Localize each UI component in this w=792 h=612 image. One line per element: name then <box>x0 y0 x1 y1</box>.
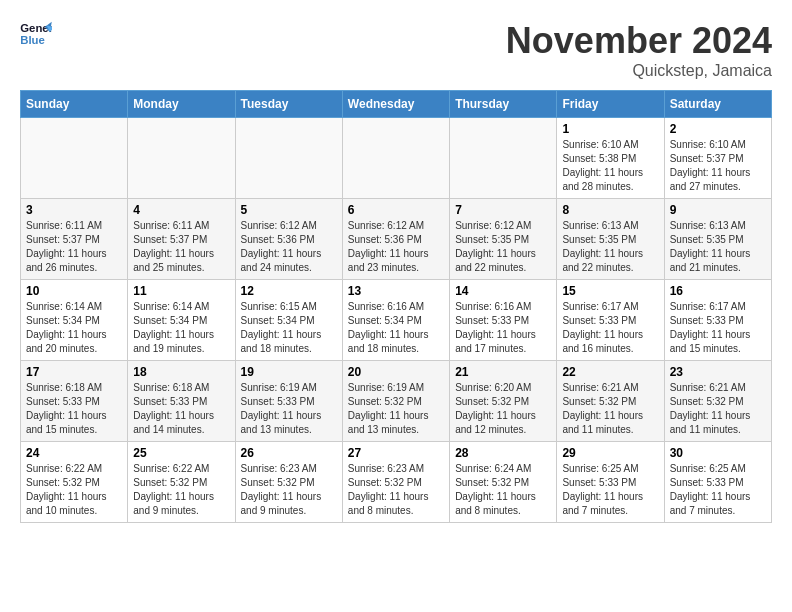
day-info: Sunrise: 6:21 AM Sunset: 5:32 PM Dayligh… <box>670 381 766 437</box>
day-number: 20 <box>348 365 444 379</box>
day-number: 13 <box>348 284 444 298</box>
day-info: Sunrise: 6:13 AM Sunset: 5:35 PM Dayligh… <box>670 219 766 275</box>
day-number: 16 <box>670 284 766 298</box>
day-info: Sunrise: 6:19 AM Sunset: 5:32 PM Dayligh… <box>348 381 444 437</box>
calendar-cell: 1Sunrise: 6:10 AM Sunset: 5:38 PM Daylig… <box>557 118 664 199</box>
day-info: Sunrise: 6:22 AM Sunset: 5:32 PM Dayligh… <box>26 462 122 518</box>
day-number: 6 <box>348 203 444 217</box>
day-number: 5 <box>241 203 337 217</box>
day-info: Sunrise: 6:25 AM Sunset: 5:33 PM Dayligh… <box>670 462 766 518</box>
day-info: Sunrise: 6:14 AM Sunset: 5:34 PM Dayligh… <box>133 300 229 356</box>
week-row-3: 10Sunrise: 6:14 AM Sunset: 5:34 PM Dayli… <box>21 280 772 361</box>
day-number: 3 <box>26 203 122 217</box>
day-number: 14 <box>455 284 551 298</box>
header-wednesday: Wednesday <box>342 91 449 118</box>
day-info: Sunrise: 6:23 AM Sunset: 5:32 PM Dayligh… <box>241 462 337 518</box>
week-row-5: 24Sunrise: 6:22 AM Sunset: 5:32 PM Dayli… <box>21 442 772 523</box>
day-number: 29 <box>562 446 658 460</box>
calendar-cell: 25Sunrise: 6:22 AM Sunset: 5:32 PM Dayli… <box>128 442 235 523</box>
title-block: November 2024 Quickstep, Jamaica <box>506 20 772 80</box>
calendar-cell: 14Sunrise: 6:16 AM Sunset: 5:33 PM Dayli… <box>450 280 557 361</box>
calendar-cell <box>128 118 235 199</box>
header-tuesday: Tuesday <box>235 91 342 118</box>
day-number: 19 <box>241 365 337 379</box>
day-number: 25 <box>133 446 229 460</box>
day-number: 21 <box>455 365 551 379</box>
calendar-cell: 3Sunrise: 6:11 AM Sunset: 5:37 PM Daylig… <box>21 199 128 280</box>
day-number: 7 <box>455 203 551 217</box>
calendar-cell: 8Sunrise: 6:13 AM Sunset: 5:35 PM Daylig… <box>557 199 664 280</box>
calendar-cell: 15Sunrise: 6:17 AM Sunset: 5:33 PM Dayli… <box>557 280 664 361</box>
day-info: Sunrise: 6:15 AM Sunset: 5:34 PM Dayligh… <box>241 300 337 356</box>
week-row-2: 3Sunrise: 6:11 AM Sunset: 5:37 PM Daylig… <box>21 199 772 280</box>
day-info: Sunrise: 6:18 AM Sunset: 5:33 PM Dayligh… <box>26 381 122 437</box>
day-info: Sunrise: 6:25 AM Sunset: 5:33 PM Dayligh… <box>562 462 658 518</box>
header-saturday: Saturday <box>664 91 771 118</box>
day-info: Sunrise: 6:20 AM Sunset: 5:32 PM Dayligh… <box>455 381 551 437</box>
day-number: 11 <box>133 284 229 298</box>
calendar-cell: 10Sunrise: 6:14 AM Sunset: 5:34 PM Dayli… <box>21 280 128 361</box>
calendar-cell: 29Sunrise: 6:25 AM Sunset: 5:33 PM Dayli… <box>557 442 664 523</box>
day-info: Sunrise: 6:10 AM Sunset: 5:38 PM Dayligh… <box>562 138 658 194</box>
calendar-cell: 16Sunrise: 6:17 AM Sunset: 5:33 PM Dayli… <box>664 280 771 361</box>
calendar-cell: 26Sunrise: 6:23 AM Sunset: 5:32 PM Dayli… <box>235 442 342 523</box>
day-info: Sunrise: 6:21 AM Sunset: 5:32 PM Dayligh… <box>562 381 658 437</box>
calendar-cell: 24Sunrise: 6:22 AM Sunset: 5:32 PM Dayli… <box>21 442 128 523</box>
day-number: 10 <box>26 284 122 298</box>
day-info: Sunrise: 6:16 AM Sunset: 5:33 PM Dayligh… <box>455 300 551 356</box>
week-row-1: 1Sunrise: 6:10 AM Sunset: 5:38 PM Daylig… <box>21 118 772 199</box>
location-subtitle: Quickstep, Jamaica <box>506 62 772 80</box>
day-info: Sunrise: 6:22 AM Sunset: 5:32 PM Dayligh… <box>133 462 229 518</box>
day-info: Sunrise: 6:12 AM Sunset: 5:36 PM Dayligh… <box>241 219 337 275</box>
calendar-cell: 4Sunrise: 6:11 AM Sunset: 5:37 PM Daylig… <box>128 199 235 280</box>
header-sunday: Sunday <box>21 91 128 118</box>
day-info: Sunrise: 6:12 AM Sunset: 5:35 PM Dayligh… <box>455 219 551 275</box>
calendar-cell: 6Sunrise: 6:12 AM Sunset: 5:36 PM Daylig… <box>342 199 449 280</box>
week-row-4: 17Sunrise: 6:18 AM Sunset: 5:33 PM Dayli… <box>21 361 772 442</box>
day-number: 27 <box>348 446 444 460</box>
calendar-header-row: SundayMondayTuesdayWednesdayThursdayFrid… <box>21 91 772 118</box>
day-number: 1 <box>562 122 658 136</box>
day-number: 28 <box>455 446 551 460</box>
day-number: 24 <box>26 446 122 460</box>
day-number: 9 <box>670 203 766 217</box>
calendar-cell <box>342 118 449 199</box>
day-info: Sunrise: 6:18 AM Sunset: 5:33 PM Dayligh… <box>133 381 229 437</box>
calendar-cell: 23Sunrise: 6:21 AM Sunset: 5:32 PM Dayli… <box>664 361 771 442</box>
calendar-cell: 19Sunrise: 6:19 AM Sunset: 5:33 PM Dayli… <box>235 361 342 442</box>
day-info: Sunrise: 6:12 AM Sunset: 5:36 PM Dayligh… <box>348 219 444 275</box>
calendar-cell: 28Sunrise: 6:24 AM Sunset: 5:32 PM Dayli… <box>450 442 557 523</box>
calendar-cell: 21Sunrise: 6:20 AM Sunset: 5:32 PM Dayli… <box>450 361 557 442</box>
header-thursday: Thursday <box>450 91 557 118</box>
calendar-cell <box>21 118 128 199</box>
calendar-cell: 13Sunrise: 6:16 AM Sunset: 5:34 PM Dayli… <box>342 280 449 361</box>
calendar-cell: 27Sunrise: 6:23 AM Sunset: 5:32 PM Dayli… <box>342 442 449 523</box>
logo: General Blue <box>20 20 52 48</box>
calendar-cell: 7Sunrise: 6:12 AM Sunset: 5:35 PM Daylig… <box>450 199 557 280</box>
svg-text:Blue: Blue <box>20 34 45 46</box>
calendar-cell: 2Sunrise: 6:10 AM Sunset: 5:37 PM Daylig… <box>664 118 771 199</box>
calendar-cell <box>235 118 342 199</box>
month-title: November 2024 <box>506 20 772 62</box>
calendar-cell: 17Sunrise: 6:18 AM Sunset: 5:33 PM Dayli… <box>21 361 128 442</box>
calendar-cell: 22Sunrise: 6:21 AM Sunset: 5:32 PM Dayli… <box>557 361 664 442</box>
day-number: 23 <box>670 365 766 379</box>
day-info: Sunrise: 6:10 AM Sunset: 5:37 PM Dayligh… <box>670 138 766 194</box>
day-number: 22 <box>562 365 658 379</box>
day-number: 18 <box>133 365 229 379</box>
day-info: Sunrise: 6:24 AM Sunset: 5:32 PM Dayligh… <box>455 462 551 518</box>
calendar-cell: 30Sunrise: 6:25 AM Sunset: 5:33 PM Dayli… <box>664 442 771 523</box>
day-number: 17 <box>26 365 122 379</box>
calendar-table: SundayMondayTuesdayWednesdayThursdayFrid… <box>20 90 772 523</box>
calendar-cell: 9Sunrise: 6:13 AM Sunset: 5:35 PM Daylig… <box>664 199 771 280</box>
day-number: 26 <box>241 446 337 460</box>
day-info: Sunrise: 6:17 AM Sunset: 5:33 PM Dayligh… <box>562 300 658 356</box>
day-info: Sunrise: 6:14 AM Sunset: 5:34 PM Dayligh… <box>26 300 122 356</box>
day-info: Sunrise: 6:19 AM Sunset: 5:33 PM Dayligh… <box>241 381 337 437</box>
logo-icon: General Blue <box>20 20 52 48</box>
day-info: Sunrise: 6:11 AM Sunset: 5:37 PM Dayligh… <box>26 219 122 275</box>
day-number: 2 <box>670 122 766 136</box>
day-info: Sunrise: 6:11 AM Sunset: 5:37 PM Dayligh… <box>133 219 229 275</box>
day-info: Sunrise: 6:17 AM Sunset: 5:33 PM Dayligh… <box>670 300 766 356</box>
calendar-cell: 18Sunrise: 6:18 AM Sunset: 5:33 PM Dayli… <box>128 361 235 442</box>
